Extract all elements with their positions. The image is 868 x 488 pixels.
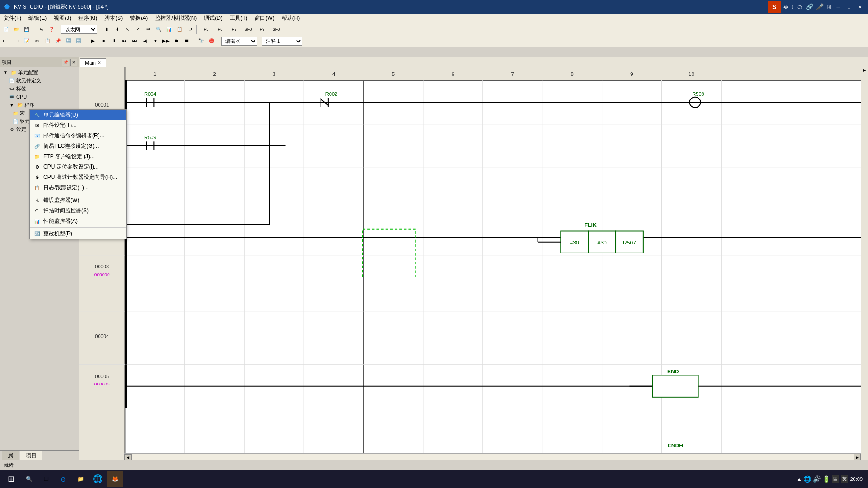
tb2-6[interactable]: 📌: [53, 36, 63, 46]
prev-btn[interactable]: ◀: [140, 36, 150, 46]
tb2-4[interactable]: ✂: [32, 36, 42, 46]
tb2-5[interactable]: 📋: [42, 36, 52, 46]
ctx-change-model[interactable]: 🔄 更改机型(P): [30, 229, 126, 239]
attr-tab[interactable]: 属: [2, 451, 19, 460]
tb2-3[interactable]: 📝: [22, 36, 32, 46]
ctx-cpu-pos[interactable]: ⚙ CPU 定位参数设定(I)...: [30, 162, 126, 172]
editor-dropdown[interactable]: 编辑器: [221, 37, 257, 46]
menu-program[interactable]: 程序(M): [75, 14, 101, 23]
cpu-label: CPU: [16, 94, 27, 99]
macro-label: 宏: [20, 110, 25, 117]
f5-btn[interactable]: F5: [199, 24, 213, 34]
maximize-button[interactable]: □: [844, 2, 854, 11]
main-tab[interactable]: Main ✕: [80, 58, 106, 67]
tree-item-softdev[interactable]: 📄 软元件定义: [1, 76, 78, 84]
menu-edit[interactable]: 编辑(E): [25, 14, 50, 23]
new-button[interactable]: 📄: [1, 24, 11, 34]
help-button[interactable]: ❓: [47, 24, 57, 34]
tb2-7[interactable]: 🔙: [63, 36, 73, 46]
open-button[interactable]: 📂: [11, 24, 21, 34]
tb-btn-1[interactable]: ⬆: [102, 24, 112, 34]
mon-btn[interactable]: 🔭: [196, 36, 206, 46]
step-btn[interactable]: ⏭: [130, 36, 140, 46]
tree-item-cpu[interactable]: 💻 CPU: [1, 93, 78, 101]
run-button[interactable]: ▶: [88, 36, 98, 46]
app-icon-5[interactable]: 🦊: [107, 471, 123, 487]
panel-close-button[interactable]: ✕: [70, 59, 77, 66]
svg-text:R002: R002: [326, 91, 338, 97]
ctx-mail-cmd[interactable]: 📧 邮件通信命令编辑者(R)...: [30, 131, 126, 141]
chrome-icon[interactable]: 🌐: [90, 471, 106, 487]
print-button[interactable]: 🖨: [36, 24, 46, 34]
tree-root[interactable]: ▼ 📁 单元配置: [1, 68, 78, 76]
rt-btn-1[interactable]: ▶: [863, 68, 866, 72]
menu-file[interactable]: 文件(F): [0, 14, 25, 23]
ctx-perf-mon[interactable]: 📊 性能监控器(A): [30, 216, 126, 226]
ctx-mail-settings[interactable]: ✉ 邮件设定(T)...: [30, 120, 126, 131]
f6-btn[interactable]: F6: [213, 24, 227, 34]
editor-area[interactable]: 1 2 3 4 5 6 7 8 9 10: [79, 67, 868, 460]
menu-monitor[interactable]: 监控器/模拟器(N): [151, 14, 200, 23]
brk-btn[interactable]: ⛔: [207, 36, 217, 46]
tb-btn-2[interactable]: ⬇: [112, 24, 122, 34]
pause-button[interactable]: ⏸: [109, 36, 119, 46]
save-button[interactable]: 💾: [22, 24, 32, 34]
tb-btn-5[interactable]: ⇒: [143, 24, 153, 34]
stop2-btn[interactable]: ⏹: [182, 36, 192, 46]
tb-btn-3[interactable]: ↖: [123, 24, 132, 34]
panel-pin-button[interactable]: 📌: [62, 59, 69, 66]
ctx-ftp[interactable]: 📁 FTP 客户端设定 (J)...: [30, 151, 126, 162]
menu-help[interactable]: 帮助(H): [278, 14, 304, 23]
stop-button[interactable]: ■: [99, 36, 108, 46]
project-tab[interactable]: 项目: [20, 451, 42, 460]
tb-btn-6[interactable]: 🔍: [154, 24, 164, 34]
next-btn[interactable]: ▶▶: [161, 36, 171, 46]
edge-browser[interactable]: e: [55, 471, 71, 487]
scroll-left-button[interactable]: ◀: [124, 454, 132, 461]
menu-view[interactable]: 视图(J): [50, 14, 75, 23]
minimize-button[interactable]: ─: [834, 2, 843, 11]
tb2-2[interactable]: ⟶: [11, 36, 21, 46]
arrow-icon: ↕: [791, 4, 794, 10]
menu-window[interactable]: 窗口(W): [251, 14, 278, 23]
rec-btn[interactable]: ⏺: [171, 36, 181, 46]
f8-btn[interactable]: SF8: [241, 24, 255, 34]
ctx-plc-conn[interactable]: 🔗 简易PLC连接设定(G)...: [30, 141, 126, 151]
menu-convert[interactable]: 转换(A): [126, 14, 151, 23]
ctx-unit-editor[interactable]: 🔧 单元编辑器(U): [30, 110, 126, 120]
tb2-8[interactable]: 🔚: [74, 36, 84, 46]
menu-debug[interactable]: 调试(D): [200, 14, 226, 23]
tree-item-program[interactable]: ▼ 📂 程序: [1, 101, 78, 109]
ctx-log[interactable]: 📋 日志/跟踪设定(L)...: [30, 183, 126, 193]
tb-btn-8[interactable]: 📋: [175, 24, 184, 34]
ctx-err-mon[interactable]: ⚠ 错误监控器(W): [30, 195, 126, 206]
file-explorer[interactable]: 📁: [72, 471, 89, 487]
tb2-sep-3: [218, 37, 220, 46]
f9-btn[interactable]: F9: [255, 24, 269, 34]
folder-icon-2: ▼: [8, 101, 15, 108]
ctx-cpu-hsc[interactable]: ⚙ CPU 高速计数器设定向导(H)...: [30, 172, 126, 183]
start-button[interactable]: ⊞: [2, 471, 20, 487]
menu-script[interactable]: 脚本(S): [101, 14, 126, 23]
tree-item-label[interactable]: 🏷 标签: [1, 84, 78, 93]
f7-btn[interactable]: F7: [227, 24, 241, 34]
close-button[interactable]: ✕: [855, 2, 864, 11]
main-tab-close[interactable]: ✕: [98, 61, 101, 65]
ctx-cpu-pos-label: CPU 定位参数设定(I)...: [43, 163, 123, 171]
tb-btn-4[interactable]: ↗: [133, 24, 143, 34]
macro-icon: 📁: [12, 109, 19, 117]
taskview-button[interactable]: ❑: [38, 471, 54, 487]
comment-dropdown[interactable]: 注释 1: [262, 37, 302, 46]
ctx-scan-mon[interactable]: ⏱ 扫描时间监控器(S): [30, 206, 126, 216]
scroll-right-button[interactable]: ▶: [854, 454, 861, 460]
step-back[interactable]: ⏮: [119, 36, 129, 46]
step-fwd[interactable]: ▼: [151, 36, 160, 46]
sf3-btn[interactable]: SF3: [269, 24, 283, 34]
search-taskbar[interactable]: 🔍: [21, 471, 37, 487]
menu-tools[interactable]: 工具(T): [226, 14, 251, 23]
horizontal-scrollbar[interactable]: ◀ ▶: [124, 453, 861, 460]
tb2-1[interactable]: ⟵: [1, 36, 11, 46]
network-dropdown[interactable]: 以太网: [61, 25, 97, 34]
tb-btn-7[interactable]: 📊: [164, 24, 174, 34]
tb-btn-9[interactable]: ⚙: [185, 24, 195, 34]
